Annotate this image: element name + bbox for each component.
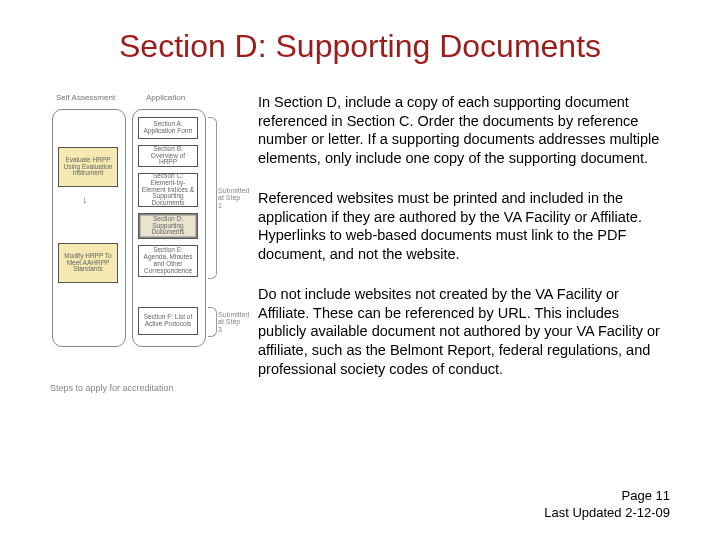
content-row: Self Assessment Application Evaluate HRP… (50, 93, 670, 400)
diagram-header-a: Self Assessment (56, 93, 115, 102)
text-column: In Section D, include a copy of each sup… (258, 93, 670, 400)
diagram-caption: Steps to apply for accreditation (50, 383, 174, 393)
body-paragraph: In Section D, include a copy of each sup… (258, 93, 670, 167)
last-updated: Last Updated 2-12-09 (544, 505, 670, 522)
process-diagram: Self Assessment Application Evaluate HRP… (50, 93, 240, 393)
brace-icon (208, 117, 217, 279)
diagram-box: Section B: Overview of HRPP (138, 145, 198, 167)
diagram-header-b: Application (146, 93, 185, 102)
arrow-down-icon: ↓ (82, 193, 88, 205)
slide: Section D: Supporting Documents Self Ass… (0, 0, 720, 540)
diagram-box-selected: Section D: Supporting Documents (138, 213, 198, 239)
diagram-box: Section C: Element-by-Element Indices & … (138, 173, 198, 207)
diagram-side-label: Submitted at Step 1 (218, 187, 242, 209)
diagram-box: Section E: Agenda, Minutes and Other Cor… (138, 245, 198, 277)
footer: Page 11 Last Updated 2-12-09 (544, 488, 670, 522)
brace-icon (208, 307, 217, 337)
diagram-box: Section F: List of Active Protocols (138, 307, 198, 335)
diagram-column: Self Assessment Application Evaluate HRP… (50, 93, 240, 400)
page-number: Page 11 (544, 488, 670, 505)
diagram-col-a (52, 109, 126, 347)
diagram-box: Modify HRPP To Meet AAHRPP Standards (58, 243, 118, 283)
diagram-box: Evaluate HRPP Using Evaluation Instrumen… (58, 147, 118, 187)
body-paragraph: Do not include websites not created by t… (258, 285, 670, 378)
body-paragraph: Referenced websites must be printed and … (258, 189, 670, 263)
diagram-side-label: Submitted at Step 3 (218, 311, 242, 333)
diagram-box: Section A: Application Form (138, 117, 198, 139)
page-title: Section D: Supporting Documents (50, 28, 670, 65)
